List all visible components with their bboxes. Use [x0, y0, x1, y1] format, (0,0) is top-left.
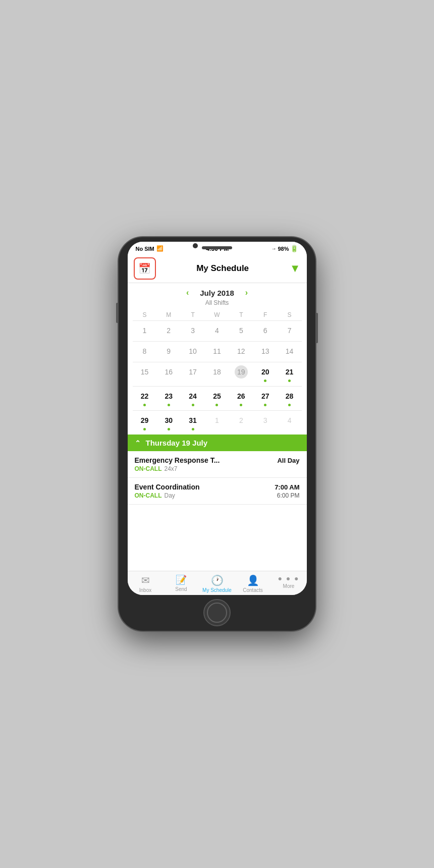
tab-send[interactable]: 📝 Send: [164, 574, 199, 593]
cal-day-14[interactable]: 14: [278, 342, 302, 362]
cal-day-next-1[interactable]: 1: [205, 411, 229, 435]
cal-day-5[interactable]: 5: [229, 321, 253, 341]
tab-more-label: More: [283, 583, 295, 589]
dow-sat: S: [278, 309, 302, 320]
event-shift-0: 24x7: [165, 465, 178, 472]
tab-contacts[interactable]: 👤 Contacts: [235, 574, 271, 593]
status-left: No SIM 📶: [136, 245, 164, 252]
inbox-icon: ✉: [141, 574, 150, 586]
cal-day-20[interactable]: 20: [253, 362, 278, 386]
carrier-label: No SIM: [136, 246, 154, 252]
more-icon: ● ● ●: [278, 574, 299, 582]
cal-day-17[interactable]: 17: [181, 362, 205, 386]
cal-day-22[interactable]: 22: [133, 387, 157, 410]
event-time-0: All Day: [277, 457, 299, 464]
event-item-0[interactable]: Emergency Response T... All Day ON-CALL …: [128, 451, 307, 478]
camera: [193, 243, 198, 248]
event-time-1: 7:00 AM: [275, 483, 299, 491]
chevron-up-icon: ⌃: [135, 439, 141, 447]
cal-day-1[interactable]: 1: [133, 321, 157, 341]
dow-wed: W: [205, 309, 229, 320]
cal-day-9[interactable]: 9: [156, 342, 181, 362]
event-oncall-1: ON-CALL: [135, 492, 162, 499]
tab-inbox-label: Inbox: [139, 587, 151, 593]
dow-mon: M: [156, 309, 181, 320]
tab-more[interactable]: ● ● ● More: [271, 574, 307, 593]
dow-fri: F: [253, 309, 278, 320]
cal-day-28[interactable]: 28: [278, 387, 302, 410]
event-name-1: Event Coordination: [135, 483, 200, 491]
cal-day-next-3[interactable]: 3: [253, 411, 278, 435]
cal-day-7[interactable]: 7: [278, 321, 302, 341]
filter-icon-button[interactable]: ▼: [290, 262, 301, 275]
cal-day-25[interactable]: 25: [205, 387, 229, 410]
phone-frame: No SIM 📶 4:30 PM → 98% 🔋 📅 My Schedule ▼…: [119, 237, 315, 631]
dow-thu: T: [229, 309, 253, 320]
tab-bar: ✉ Inbox 📝 Send 🕐 My Schedule 👤 Contacts …: [128, 571, 307, 595]
all-shifts-label: All Shifts: [133, 299, 302, 306]
cal-day-30[interactable]: 30: [156, 411, 181, 435]
cal-day-next-2[interactable]: 2: [229, 411, 253, 435]
send-icon: 📝: [176, 574, 187, 585]
cal-day-13[interactable]: 13: [253, 342, 278, 362]
location-icon: →: [271, 246, 276, 251]
page-title: My Schedule: [196, 263, 249, 274]
calendar-section: ‹ July 2018 › All Shifts S M T W T F S 1…: [128, 283, 307, 435]
event-section-header[interactable]: ⌃ Thursday 19 July: [128, 435, 307, 451]
prev-month-button[interactable]: ‹: [183, 287, 192, 298]
cal-day-18[interactable]: 18: [205, 362, 229, 386]
calendar-icon-button[interactable]: 📅: [134, 257, 156, 280]
cal-day-16[interactable]: 16: [156, 362, 181, 386]
cal-day-8[interactable]: 8: [133, 342, 157, 362]
cal-day-31[interactable]: 31: [181, 411, 205, 435]
event-time2-1: 6:00 PM: [277, 492, 300, 499]
event-item-1[interactable]: Event Coordination 7:00 AM ON-CALL Day 6…: [128, 478, 307, 505]
dow-sun: S: [133, 309, 157, 320]
app-header: 📅 My Schedule ▼: [128, 254, 307, 283]
next-month-button[interactable]: ›: [242, 287, 251, 298]
cal-day-2[interactable]: 2: [156, 321, 181, 341]
events-list: Emergency Response T... All Day ON-CALL …: [128, 451, 307, 571]
home-button[interactable]: [203, 599, 231, 626]
cal-day-3[interactable]: 3: [181, 321, 205, 341]
cal-day-15[interactable]: 15: [133, 362, 157, 386]
tab-inbox[interactable]: ✉ Inbox: [128, 574, 164, 593]
cal-day-27[interactable]: 27: [253, 387, 278, 410]
tab-my-schedule-label: My Schedule: [202, 587, 232, 593]
event-shift-1: Day: [165, 492, 175, 499]
cal-day-24[interactable]: 24: [181, 387, 205, 410]
cal-day-6[interactable]: 6: [253, 321, 278, 341]
calendar-grid: S M T W T F S 1 2 3 4 5 6 7 8 9: [133, 309, 302, 435]
contacts-icon: 👤: [247, 574, 259, 586]
cal-day-29[interactable]: 29: [133, 411, 157, 435]
month-nav: ‹ July 2018 ›: [133, 287, 302, 298]
battery-percent: 98%: [278, 246, 289, 252]
cal-day-19[interactable]: 19: [229, 362, 253, 386]
tab-my-schedule[interactable]: 🕐 My Schedule: [199, 574, 235, 593]
phone-screen: No SIM 📶 4:30 PM → 98% 🔋 📅 My Schedule ▼…: [128, 242, 307, 595]
calendar-icon: 📅: [138, 262, 151, 275]
cal-day-12[interactable]: 12: [229, 342, 253, 362]
cal-day-11[interactable]: 11: [205, 342, 229, 362]
month-year-label: July 2018: [200, 289, 234, 297]
cal-day-23[interactable]: 23: [156, 387, 181, 410]
my-schedule-icon: 🕐: [211, 574, 224, 586]
cal-day-26[interactable]: 26: [229, 387, 253, 410]
tab-send-label: Send: [175, 586, 187, 592]
event-date-label: Thursday 19 July: [146, 439, 208, 447]
cal-day-21[interactable]: 21: [278, 362, 302, 386]
wifi-icon: 📶: [156, 245, 164, 252]
event-name-0: Emergency Response T...: [135, 456, 220, 464]
status-right: → 98% 🔋: [271, 245, 298, 252]
cal-day-next-4[interactable]: 4: [278, 411, 302, 435]
cal-day-4[interactable]: 4: [205, 321, 229, 341]
dow-tue: T: [181, 309, 205, 320]
tab-contacts-label: Contacts: [243, 587, 262, 593]
speaker: [202, 246, 232, 249]
event-oncall-0: ON-CALL: [135, 465, 162, 472]
cal-day-10[interactable]: 10: [181, 342, 205, 362]
battery-icon: 🔋: [290, 245, 298, 252]
